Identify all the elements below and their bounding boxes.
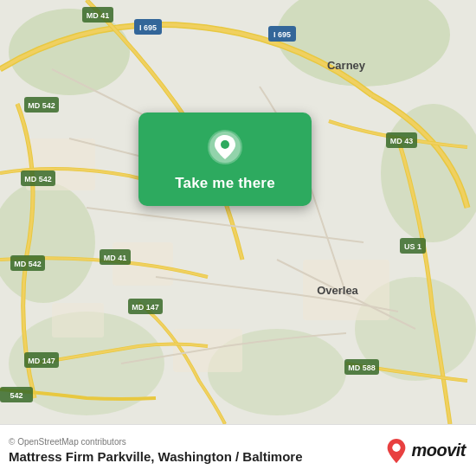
svg-text:MD 542: MD 542 <box>14 260 42 268</box>
svg-text:US 1: US 1 <box>404 242 421 251</box>
bottom-left-info: © OpenStreetMap contributors Mattress Fi… <box>9 437 303 464</box>
location-name: Mattress Firm Parkville, Washington / Ba… <box>9 449 303 464</box>
bottom-bar: © OpenStreetMap contributors Mattress Fi… <box>0 424 476 476</box>
svg-text:MD 147: MD 147 <box>28 357 55 365</box>
moovit-pin-icon <box>385 437 408 465</box>
moovit-text: moovit <box>411 441 466 460</box>
svg-point-43 <box>221 140 229 149</box>
svg-text:MD 588: MD 588 <box>348 363 376 372</box>
svg-text:MD 147: MD 147 <box>132 303 159 312</box>
popup-card: Take me there <box>138 113 312 206</box>
svg-text:MD 542: MD 542 <box>24 175 52 183</box>
svg-text:MD 542: MD 542 <box>28 101 55 110</box>
copyright-text: © OpenStreetMap contributors <box>9 437 303 447</box>
svg-text:542: 542 <box>10 391 23 400</box>
svg-point-44 <box>393 443 401 451</box>
svg-text:I 695: I 695 <box>139 23 157 32</box>
svg-text:MD 41: MD 41 <box>104 254 127 262</box>
svg-text:MD 43: MD 43 <box>390 137 414 145</box>
svg-text:I 695: I 695 <box>273 30 291 39</box>
svg-text:MD 41: MD 41 <box>87 11 110 20</box>
map-svg: I 695 I 695 MD 41 MD 41 MD 542 MD 542 MD… <box>0 0 476 424</box>
svg-text:Overlea: Overlea <box>317 284 358 297</box>
moovit-logo: moovit <box>385 437 466 465</box>
svg-rect-12 <box>52 303 104 338</box>
svg-text:Carney: Carney <box>327 59 366 72</box>
map-container: I 695 I 695 MD 41 MD 41 MD 542 MD 542 MD… <box>0 0 476 424</box>
location-pin-icon <box>206 128 244 166</box>
take-me-there-button[interactable]: Take me there <box>175 175 275 192</box>
